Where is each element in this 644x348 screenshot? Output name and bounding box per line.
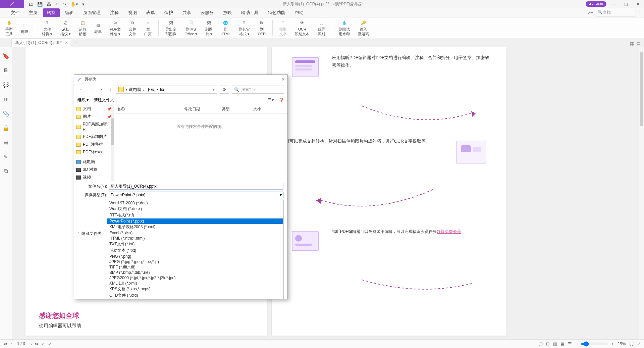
file-list[interactable]: 名称 修改日期 类型 大小 没有与搜索条件匹配的项。 [114,105,287,181]
hand-tool-button[interactable]: ✋手型 工具 [3,18,15,37]
view-mode-2-icon[interactable]: ⊞ [546,341,550,346]
nav-forward-button[interactable]: → [88,87,96,93]
breadcrumb-dropdown-icon[interactable]: ▾ [213,87,215,92]
add-tab-button[interactable]: + [73,40,79,46]
format-option[interactable]: XML电子表格2003 (*.xml) [107,224,283,230]
undo-icon[interactable]: ↶ [55,2,59,7]
file-convert-button[interactable]: 🗎文件 转换 ▾ [39,18,55,37]
breadcrumb-a[interactable]: 下载 [147,87,155,93]
folder-tree[interactable]: 文档📌 图片📌 PDF局部加密、F PDF添加图片 PDF注释框 PDF转exc… [74,105,114,181]
signature-icon[interactable]: ✎ [4,154,8,160]
tree-scrollbar[interactable] [111,105,114,181]
tree-item[interactable]: PDF添加图片 [74,133,114,141]
filetype-dropdown[interactable]: PowerPoint (*.pptx)▾ [109,192,283,198]
history-back-button[interactable]: ⤺ [42,342,45,346]
tree-item[interactable]: PDF局部加密、F [74,120,114,133]
breadcrumb[interactable]: › 此电脑 › 下载 › lib ▾ [116,86,217,94]
hand-icon[interactable]: ✋▾ [70,2,78,7]
pages-icon[interactable]: 🗎 [3,67,9,73]
tree-item[interactable]: 3D 对象 [74,166,114,173]
next-page-button[interactable]: › [31,342,32,346]
extract-text-button[interactable]: T提取 文字 [277,18,289,37]
menu-convert[interactable]: 转换 [43,8,60,17]
view-mode-3-icon[interactable]: ▥ [553,341,557,346]
menu-view[interactable]: 视图 [124,8,141,17]
format-option[interactable]: JPEG2000 (*.jpf,*.jpx,*.jp2,*.j2k,*.jpc) [107,275,283,281]
to-image-button[interactable]: 🖼到图 片 ▾ [203,18,215,37]
menu-edit[interactable]: 编辑 [61,8,78,17]
page-indicator[interactable]: 1 / 3 [14,341,28,346]
pdf-package-button[interactable]: 🗂PDF文 件包 ▾ [107,18,123,37]
maximize-button[interactable]: ▢ [621,1,631,7]
fit-icon[interactable]: ⛶ [629,341,634,346]
menu-collapse-icon[interactable]: ⤢▾ [588,10,593,15]
menu-annotate[interactable]: 注释 [106,8,123,17]
first-page-button[interactable]: ≪ [3,342,8,346]
zoom-in-button[interactable]: + [611,341,614,346]
format-option[interactable]: Word文档 (*.docx) [107,206,283,212]
comments-icon[interactable]: 💬 [3,82,9,88]
nav-back-button[interactable]: ← [77,87,86,93]
format-option[interactable]: HTML (*.htm;*.html) [107,236,283,241]
menu-search-input[interactable]: 🔍 查找 [596,9,636,16]
to-office-button[interactable]: 📄到 MS Office ▾ [182,18,200,37]
merge-button[interactable]: ⧉合并 文件 [126,18,139,37]
view-panel-icon[interactable]: ▤ [636,41,641,46]
format-option[interactable]: TXT文件(*.txt) [107,241,283,247]
menu-present[interactable]: 放映 [219,8,236,17]
menu-protect[interactable]: 保护 [160,8,177,17]
menu-home[interactable]: 主页 [25,8,42,17]
view-mode-1-icon[interactable]: ▢ [539,341,543,346]
form-button[interactable]: ▤表单 [92,21,104,35]
menu-assist[interactable]: 辅助工具 [237,8,263,17]
panel-icon[interactable]: ⧉ [4,168,8,174]
menu-file[interactable]: 文件 [7,8,23,17]
activate-button[interactable]: 🔑输入 激活码 [355,18,372,37]
format-option[interactable]: XML 1.0 (*.xml) [107,281,283,286]
print-icon[interactable]: 🖶 [47,2,51,7]
filename-input[interactable] [109,183,283,190]
breadcrumb-b[interactable]: lib [160,87,164,92]
attachment-icon[interactable]: 📎 [3,110,9,117]
free-member-link[interactable]: 领取免费会员 [437,229,461,234]
dialog-titlebar[interactable]: 另存为 ✕ [74,75,287,84]
bookmark-icon[interactable]: 🔖 [3,53,9,59]
screenshot-ocr-button[interactable]: ⛶截屏 识别 [315,18,328,37]
breadcrumb-root[interactable]: 此电脑 [129,87,141,93]
format-option[interactable]: XPS文档 (*.xps,*.oxps) [107,286,283,292]
history-forward-button[interactable]: ⤻ [48,342,51,346]
zoom-out-button[interactable]: − [575,341,578,346]
scroll-thumb[interactable] [640,52,643,126]
open-icon[interactable]: 🗁 [29,2,33,7]
tree-item[interactable]: 图片📌 [74,113,114,120]
view-options-button[interactable]: ☰▾ [268,98,274,102]
save-icon[interactable]: 💾 [37,2,43,7]
prev-page-button[interactable]: ‹ [10,342,12,346]
col-size[interactable]: 大小 [251,105,271,113]
format-option[interactable]: 辅助文本 (*.txt) [107,247,283,254]
zoom-level[interactable]: 25% [617,341,626,346]
to-other-button[interactable]: 🗎到其它 格式 ▾ [236,18,253,37]
list-icon[interactable]: ▤ [3,139,8,146]
format-option[interactable]: PNG (*.png) [107,254,283,259]
nav-up-button[interactable]: ↑ [107,87,113,93]
view-mode-4-icon[interactable]: ▦ [560,341,565,346]
format-option[interactable]: TIFF (*.tiff,*.tif) [107,264,283,270]
dialog-search-input[interactable]: 🔍 搜索"lib" [232,86,284,94]
vertical-scrollbar[interactable] [639,47,644,339]
to-ofd-button[interactable]: 🗎到 OFD [255,18,268,37]
app-logo[interactable] [0,0,24,8]
view-mode-5-icon[interactable]: ☰ [568,341,572,346]
format-option[interactable]: Word 97-2003 (*.doc) [107,200,283,206]
menu-share[interactable]: 共享 [178,8,195,17]
menu-cloud[interactable]: 云服务 [197,8,218,17]
blank-page-button[interactable]: ▫空 白页 [142,18,154,37]
hide-folders-label[interactable]: 隐藏文件夹 [82,231,102,237]
format-option[interactable]: JPEG (*.jpg,*.jpeg,*.jpe,*.jif) [107,259,283,264]
format-option-selected[interactable]: PowerPoint (*.pptx) [107,218,283,224]
menu-form[interactable]: 表单 [142,8,159,17]
user-badge[interactable]: A - Sh3n [586,1,606,7]
menu-help[interactable]: 帮助 [291,8,308,17]
tree-item[interactable]: PDF转excel [74,148,114,156]
col-type[interactable]: 类型 [219,105,251,113]
